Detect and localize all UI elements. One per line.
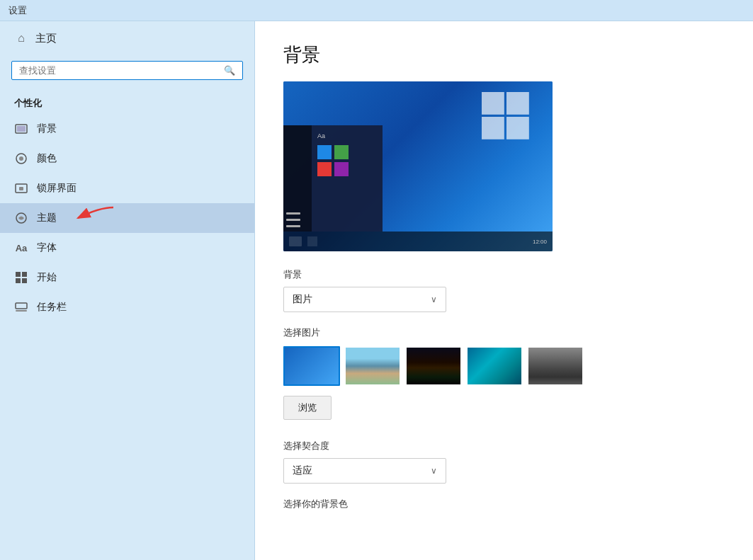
svg-rect-5	[19, 187, 23, 190]
sidebar-item-font-label: 字体	[37, 241, 57, 254]
titlebar: 设置	[0, 0, 753, 21]
thumb-1[interactable]	[283, 346, 340, 386]
lockscreen-icon	[14, 181, 28, 195]
sidebar-item-start-label: 开始	[37, 271, 57, 284]
thumb-bg-1	[285, 348, 339, 384]
svg-rect-16	[482, 117, 504, 139]
sidebar-item-color[interactable]: 颜色	[0, 144, 254, 173]
annotation-arrow	[57, 204, 128, 232]
preview-start-icon-3	[286, 225, 300, 227]
sidebar-home-label: 主页	[35, 32, 57, 45]
preview-taskbar-clock: 12:00	[533, 239, 547, 245]
preview-taskbar-icon	[307, 236, 317, 246]
search-wrapper: 🔍	[0, 55, 254, 91]
svg-rect-17	[506, 117, 529, 139]
font-icon: Aa	[14, 241, 28, 255]
preview-start-panel: Aa	[283, 125, 383, 232]
fit-dropdown-chevron: ∨	[431, 466, 437, 476]
svg-rect-9	[22, 272, 27, 277]
thumb-5[interactable]	[527, 346, 584, 386]
thumbnails-row	[283, 346, 725, 386]
background-dropdown[interactable]: 图片 ∨	[283, 287, 446, 312]
thumb-3[interactable]	[405, 346, 462, 386]
sidebar-item-taskbar-label: 任务栏	[37, 301, 67, 314]
background-section-label: 背景	[283, 268, 725, 281]
color-icon	[14, 152, 28, 166]
home-icon: ⌂	[14, 31, 28, 45]
section-title: 个性化	[0, 91, 254, 114]
browse-button[interactable]: 浏览	[283, 396, 332, 420]
preview-taskbar-start	[289, 236, 302, 246]
sidebar-item-taskbar[interactable]: 任务栏	[0, 292, 254, 322]
sidebar-home-item[interactable]: ⌂ 主页	[0, 21, 254, 55]
preview-start-icon-1	[286, 212, 300, 215]
search-box[interactable]: 🔍	[11, 61, 243, 80]
search-icon: 🔍	[224, 65, 235, 76]
thumb-bg-5	[528, 348, 582, 384]
start-icon	[14, 270, 28, 285]
preview-tile-row-2	[317, 162, 377, 176]
sidebar-item-theme-label: 主题	[37, 212, 57, 224]
sidebar-item-color-label: 颜色	[37, 152, 57, 165]
background-dropdown-chevron: ∨	[431, 295, 437, 304]
titlebar-label: 设置	[9, 4, 27, 17]
svg-rect-14	[482, 92, 504, 115]
preview-tile-sm-1	[317, 145, 332, 159]
fit-section-label: 选择契合度	[283, 440, 725, 452]
more-label: 选择你的背景色	[283, 498, 725, 510]
svg-rect-12	[16, 303, 27, 309]
search-input[interactable]	[19, 65, 218, 76]
main-layout: ⌂ 主页 🔍 个性化 背景 颜色	[0, 21, 753, 560]
preview-start-left	[283, 125, 312, 232]
preview-tile-sm-3	[317, 162, 332, 176]
thumb-2[interactable]	[344, 346, 401, 386]
sidebar-item-lockscreen[interactable]: 锁屏界面	[0, 173, 254, 203]
preview-tiles: Aa	[312, 125, 383, 232]
preview-tile-sm-4	[334, 162, 349, 176]
fit-dropdown-value: 适应	[293, 464, 312, 477]
sidebar-item-background[interactable]: 背景	[0, 114, 254, 144]
preview-start-icon-2	[286, 219, 300, 221]
svg-rect-1	[17, 126, 26, 132]
choose-image-label: 选择图片	[283, 326, 725, 339]
thumb-bg-2	[346, 348, 400, 384]
page-title: 背景	[283, 42, 725, 67]
desktop-preview: Aa 12:	[283, 81, 553, 251]
svg-rect-11	[22, 278, 27, 283]
content-area: 背景 Aa	[255, 21, 753, 560]
thumb-4[interactable]	[466, 346, 523, 386]
thumb-bg-3	[407, 348, 460, 384]
preview-inner: Aa 12:	[283, 81, 553, 251]
sidebar-item-theme[interactable]: 主题	[0, 203, 254, 233]
fit-dropdown[interactable]: 适应 ∨	[283, 458, 446, 484]
windows-logo-preview	[482, 92, 531, 142]
background-dropdown-value: 图片	[293, 293, 312, 306]
sidebar-item-font[interactable]: Aa 字体	[0, 233, 254, 263]
sidebar-item-start[interactable]: 开始	[0, 263, 254, 292]
sidebar-item-lockscreen-label: 锁屏界面	[37, 182, 77, 195]
svg-rect-8	[16, 272, 21, 277]
preview-tile-sm-2	[334, 145, 349, 159]
sidebar-item-background-label: 背景	[37, 122, 57, 135]
taskbar-icon	[14, 300, 28, 314]
theme-icon	[14, 211, 28, 225]
preview-taskbar: 12:00	[283, 232, 553, 251]
thumb-bg-4	[468, 348, 521, 384]
svg-rect-10	[16, 278, 21, 283]
preview-tile-row-1	[317, 145, 377, 159]
sidebar: ⌂ 主页 🔍 个性化 背景 颜色	[0, 21, 255, 560]
svg-point-3	[19, 156, 23, 161]
background-icon	[14, 122, 28, 136]
svg-rect-13	[16, 310, 27, 312]
svg-rect-15	[506, 92, 529, 115]
